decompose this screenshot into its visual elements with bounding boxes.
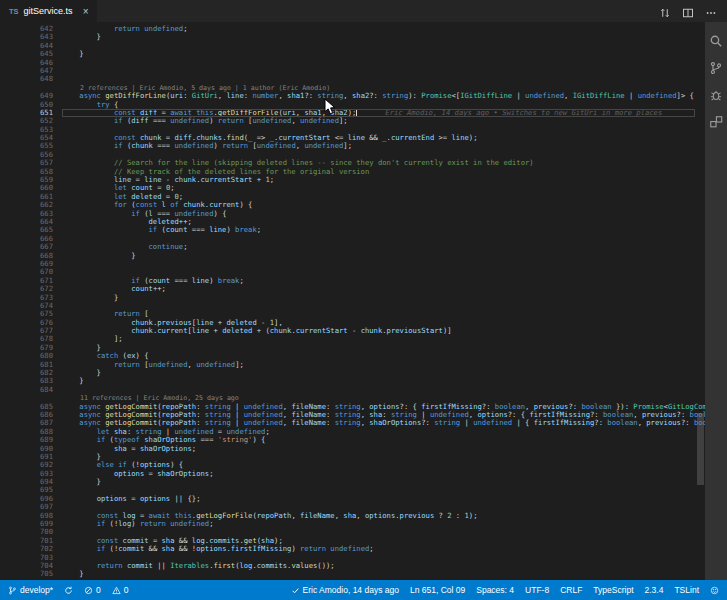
code-text: if (!commit && sha && !options.firstIfMi… xyxy=(62,545,374,553)
tab-label: gitService.ts xyxy=(24,6,73,16)
code-line-665[interactable]: 665 if (count === line) break; xyxy=(0,226,705,234)
code-text: if (count === line) break; xyxy=(62,226,261,234)
cursor-position-label: Ln 651, Col 09 xyxy=(410,585,465,595)
open-changes-button[interactable] xyxy=(659,5,671,17)
git-branch-indicator-label: develop* xyxy=(20,585,53,595)
split-icon xyxy=(682,7,694,19)
code-line-655[interactable]: 655 if (chunk === undefined) return [und… xyxy=(0,142,705,150)
indentation-status[interactable]: Spaces: 4 xyxy=(476,585,514,595)
code-editor[interactable]: 642 return undefined;643 }644645 }646647… xyxy=(0,22,705,580)
code-lines: 642 return undefined;643 }644645 }646647… xyxy=(0,25,705,579)
sync-icon xyxy=(64,586,73,595)
cursor-position[interactable]: Ln 651, Col 09 xyxy=(410,585,465,595)
code-line-682[interactable]: 682 } xyxy=(0,369,705,377)
split-editor-button[interactable] xyxy=(682,5,694,17)
activity-debug[interactable] xyxy=(709,88,723,102)
more-icon xyxy=(705,7,717,19)
typescript-file-icon: TS xyxy=(9,7,19,16)
editor-actions xyxy=(659,0,727,22)
line-number: 705 xyxy=(0,570,62,578)
editor-scrollbar[interactable] xyxy=(696,22,705,580)
code-line-647[interactable]: 647 xyxy=(0,67,705,75)
eol-status-label: CRLF xyxy=(560,585,582,595)
scrollbar-thumb[interactable] xyxy=(697,413,704,486)
error-icon xyxy=(84,586,93,595)
tab-bar: TS gitService.ts × xyxy=(0,0,727,22)
code-line-644[interactable]: 644 xyxy=(0,42,705,50)
indentation-status-label: Spaces: 4 xyxy=(476,585,514,595)
gitlens-blame-annotation: Eric Amodio, 14 days ago • Switches to n… xyxy=(385,108,662,117)
text-cursor xyxy=(356,109,357,116)
code-text: } xyxy=(62,294,118,302)
code-line-643[interactable]: 643 } xyxy=(0,33,705,41)
encoding-status-label: UTF-8 xyxy=(525,585,549,595)
code-line-646[interactable]: 646 xyxy=(0,59,705,67)
git-branch-indicator[interactable]: develop* xyxy=(8,585,53,595)
code-line-690[interactable]: 690 sha = shaOrOptions; xyxy=(0,445,705,453)
code-text: } xyxy=(62,252,136,260)
check-icon xyxy=(291,586,300,595)
code-line-693[interactable]: 693 options = shaOrOptions; xyxy=(0,470,705,478)
eol-status[interactable]: CRLF xyxy=(560,585,582,595)
code-line-694[interactable]: 694 } xyxy=(0,478,705,486)
code-line-645[interactable]: 645 } xyxy=(0,50,705,58)
code-line-668[interactable]: 668 } xyxy=(0,252,705,260)
activity-extensions[interactable] xyxy=(709,115,723,129)
tab-close-icon[interactable]: × xyxy=(83,6,89,17)
search-icon xyxy=(709,34,723,48)
errors-indicator-label: 0 xyxy=(96,585,101,595)
code-text: async getDiffForLine(uri: GitUri, line: … xyxy=(62,92,694,100)
code-line-652[interactable]: 652 if (diff === undefined) return [unde… xyxy=(0,117,705,125)
branch-icon xyxy=(709,61,723,75)
feedback[interactable] xyxy=(710,586,719,595)
code-line-642[interactable]: 642 return undefined; xyxy=(0,25,705,33)
code-text: if (!log) return undefined; xyxy=(62,520,213,528)
extensions-icon xyxy=(709,115,723,129)
gitlens-blame-status-label: Eric Amodio, 14 days ago xyxy=(303,585,399,595)
more-actions-button[interactable] xyxy=(705,5,717,17)
gitlens-blame-status[interactable]: Eric Amodio, 14 days ago xyxy=(291,585,399,595)
warnings-indicator[interactable]: 0 xyxy=(112,585,129,595)
language-mode[interactable]: TypeScript xyxy=(593,585,633,595)
typescript-version[interactable]: 2.3.4 xyxy=(645,585,664,595)
debug-icon xyxy=(709,88,723,102)
encoding-status[interactable]: UTF-8 xyxy=(525,585,549,595)
code-line-705[interactable]: 705 } xyxy=(0,570,705,578)
code-line-699[interactable]: 699 if (!log) return undefined; xyxy=(0,520,705,528)
warnings-indicator-label: 0 xyxy=(124,585,129,595)
code-text: } xyxy=(62,570,84,578)
sync-indicator[interactable] xyxy=(64,586,73,595)
code-line-681[interactable]: 681 return [undefined, undefined]; xyxy=(0,361,705,369)
activity-search[interactable] xyxy=(709,34,723,48)
status-bar-left: develop*00 xyxy=(8,585,129,595)
code-line-678[interactable]: 678 ]; xyxy=(0,335,705,343)
line-number: 648 xyxy=(0,75,62,83)
status-bar: develop*00 Eric Amodio, 14 days agoLn 65… xyxy=(0,580,727,600)
code-line-696[interactable]: 696 options = options || {}; xyxy=(0,495,705,503)
code-text: } xyxy=(62,478,101,486)
code-text: } xyxy=(62,50,84,58)
branch-icon xyxy=(8,586,17,595)
code-line-673[interactable]: 673 } xyxy=(0,294,705,302)
code-line-704[interactable]: 704 return commit || Iterables.first(log… xyxy=(0,562,705,570)
code-line-669[interactable]: 669 xyxy=(0,260,705,268)
code-text: } xyxy=(62,377,84,385)
tslint-status[interactable]: TSLint xyxy=(674,585,699,595)
code-line-683[interactable]: 683 } xyxy=(0,377,705,385)
activity-source-control[interactable] xyxy=(709,61,723,75)
code-text: if (chunk === undefined) return [undefin… xyxy=(62,142,352,150)
errors-indicator[interactable]: 0 xyxy=(84,585,101,595)
vscode-window: TS gitService.ts × 642 return undefined;… xyxy=(0,0,727,600)
language-mode-label: TypeScript xyxy=(593,585,633,595)
code-line-702[interactable]: 702 if (!commit && sha && !options.first… xyxy=(0,545,705,553)
warning-icon xyxy=(112,586,121,595)
code-line-684[interactable]: 684 xyxy=(0,386,705,394)
typescript-version-label: 2.3.4 xyxy=(645,585,664,595)
code-line-648[interactable]: 648 xyxy=(0,75,705,83)
smiley-icon xyxy=(710,586,719,595)
tab-gitservice-ts[interactable]: TS gitService.ts × xyxy=(0,0,98,22)
activity-bar xyxy=(705,22,727,580)
code-text: } xyxy=(62,33,101,41)
code-text: options = options || {}; xyxy=(62,495,201,503)
tslint-status-label: TSLint xyxy=(674,585,699,595)
